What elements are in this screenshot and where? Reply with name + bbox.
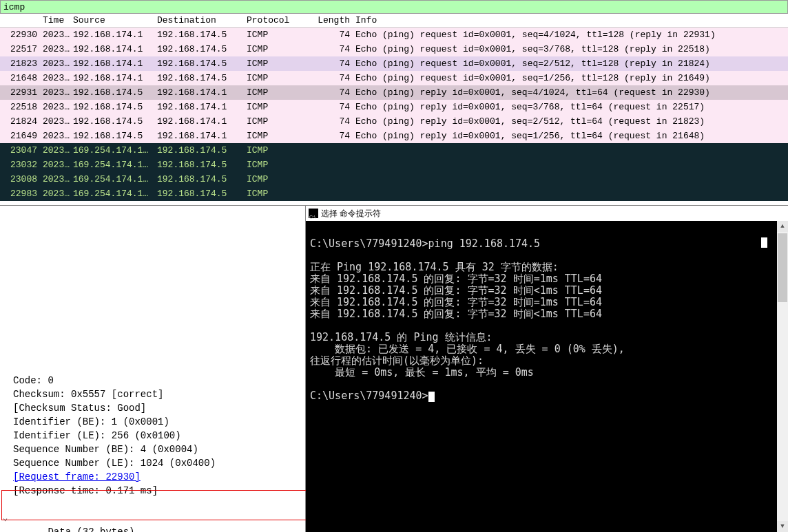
detail-data-header[interactable]: ⌄ Data (32 bytes) [3, 498, 302, 532]
packet-row[interactable]: 230322023…169.254.174.1…192.168.174.5ICM… [0, 158, 788, 172]
packet-row[interactable]: 218232023…192.168.174.1192.168.174.5ICMP… [0, 56, 788, 71]
packet-protocol: ICMP [244, 71, 311, 85]
packet-source: 192.168.174.5 [70, 100, 154, 114]
packet-info: Echo (ping) reply id=0x0001, seq=2/512, … [353, 114, 788, 129]
detail-checksum-status[interactable]: [Checksum Status: Good] [3, 401, 302, 415]
header-time[interactable]: Time [40, 15, 70, 25]
packet-source: 169.254.174.1… [70, 172, 154, 187]
packet-row[interactable]: 230082023…169.254.174.1…192.168.174.5ICM… [0, 172, 788, 187]
header-protocol[interactable]: Protocol [244, 15, 311, 25]
packet-length [311, 172, 353, 187]
header-source[interactable]: Source [70, 15, 154, 25]
detail-id-le[interactable]: Identifier (LE): 256 (0x0100) [3, 429, 302, 443]
packet-protocol: ICMP [244, 187, 311, 201]
detail-seq-le[interactable]: Sequence Number (LE): 1024 (0x0400) [3, 456, 302, 470]
packet-length: 74 [311, 114, 353, 129]
detail-seq-be[interactable]: Sequence Number (BE): 4 (0x0004) [3, 443, 302, 456]
terminal-caret-marker [761, 237, 767, 248]
scroll-up-arrow-icon[interactable]: ▲ [777, 221, 788, 232]
packet-time: 2023… [40, 71, 70, 85]
detail-response-time[interactable]: [Response time: 0.171 ms] [3, 484, 302, 498]
detail-code[interactable]: Code: 0 [3, 374, 302, 387]
packet-row[interactable]: 229312023…192.168.174.5192.168.174.1ICMP… [0, 85, 788, 100]
display-filter-bar[interactable] [0, 0, 788, 14]
packet-row[interactable]: 216482023…192.168.174.1192.168.174.5ICMP… [0, 71, 788, 85]
packet-destination: 192.168.174.5 [154, 143, 244, 158]
packet-info: Echo (ping) request id=0x0001, seq=2/512… [353, 56, 788, 71]
header-destination[interactable]: Destination [154, 15, 244, 25]
display-filter-input[interactable] [3, 2, 785, 12]
packet-time: 2023… [40, 42, 70, 56]
packet-protocol: ICMP [244, 143, 311, 158]
packet-destination: 192.168.174.5 [154, 42, 244, 56]
packet-info: Echo (ping) reply id=0x0001, seq=4/1024,… [353, 85, 788, 100]
terminal-titlebar[interactable]: 选择 命令提示符 [306, 206, 788, 221]
packet-row[interactable]: 229302023…192.168.174.1192.168.174.5ICMP… [0, 28, 788, 42]
packet-detail-pane[interactable]: Code: 0 Checksum: 0x5557 [correct] [Chec… [0, 206, 306, 532]
chevron-down-icon[interactable]: ⌄ [3, 511, 8, 525]
packet-source: 192.168.174.1 [70, 28, 154, 42]
packet-length: 74 [311, 28, 353, 42]
packet-time: 2023… [40, 114, 70, 129]
header-no[interactable] [0, 15, 40, 25]
packet-row[interactable]: 229832023…169.254.174.1…192.168.174.5ICM… [0, 187, 788, 201]
terminal-title-text: 选择 命令提示符 [321, 206, 381, 221]
packet-no: 23008 [0, 172, 40, 187]
command-prompt-window[interactable]: 选择 命令提示符 C:\Users\779491240>ping 192.168… [306, 206, 788, 532]
packet-no: 21648 [0, 71, 40, 85]
packet-time: 2023… [40, 56, 70, 71]
packet-no: 22983 [0, 187, 40, 201]
packet-protocol: ICMP [244, 158, 311, 172]
packet-no: 23032 [0, 158, 40, 172]
packet-info: Echo (ping) request id=0x0001, seq=4/102… [353, 28, 788, 42]
packet-info [353, 158, 788, 172]
header-info[interactable]: Info [353, 15, 788, 25]
packet-length: 74 [311, 100, 353, 114]
packet-list[interactable]: 229302023…192.168.174.1192.168.174.5ICMP… [0, 28, 788, 205]
packet-time: 2023… [40, 100, 70, 114]
packet-source: 192.168.174.5 [70, 85, 154, 100]
packet-destination: 192.168.174.5 [154, 172, 244, 187]
packet-protocol: ICMP [244, 85, 311, 100]
packet-time: 2023… [40, 129, 70, 143]
packet-no: 21649 [0, 129, 40, 143]
packet-destination: 192.168.174.1 [154, 100, 244, 114]
packet-protocol: ICMP [244, 42, 311, 56]
packet-protocol: ICMP [244, 114, 311, 129]
scroll-thumb[interactable] [778, 233, 787, 302]
packet-time: 2023… [40, 187, 70, 201]
packet-length: 74 [311, 85, 353, 100]
packet-length: 74 [311, 42, 353, 56]
packet-time: 2023… [40, 172, 70, 187]
packet-source: 169.254.174.1… [70, 158, 154, 172]
packet-row[interactable]: 225182023…192.168.174.5192.168.174.1ICMP… [0, 100, 788, 114]
detail-checksum[interactable]: Checksum: 0x5557 [correct] [3, 387, 302, 401]
packet-info: Echo (ping) reply id=0x0001, seq=1/256, … [353, 129, 788, 143]
packet-no: 23047 [0, 143, 40, 158]
packet-destination: 192.168.174.5 [154, 56, 244, 71]
cmd-icon [309, 209, 318, 218]
scroll-down-arrow-icon[interactable]: ▼ [777, 521, 788, 532]
packet-source: 192.168.174.5 [70, 129, 154, 143]
packet-row[interactable]: 216492023…192.168.174.5192.168.174.1ICMP… [0, 129, 788, 143]
packet-length: 74 [311, 56, 353, 71]
packet-row[interactable]: 218242023…192.168.174.5192.168.174.1ICMP… [0, 114, 788, 129]
packet-source: 192.168.174.1 [70, 56, 154, 71]
packet-time: 2023… [40, 85, 70, 100]
packet-row[interactable]: 225172023…192.168.174.1192.168.174.5ICMP… [0, 42, 788, 56]
packet-protocol: ICMP [244, 129, 311, 143]
packet-protocol: ICMP [244, 100, 311, 114]
terminal-scrollbar[interactable]: ▲ ▼ [777, 221, 788, 532]
packet-protocol: ICMP [244, 172, 311, 187]
packet-length [311, 187, 353, 201]
terminal-output[interactable]: C:\Users\779491240>ping 192.168.174.5 正在… [306, 221, 788, 407]
terminal-cursor [428, 392, 435, 402]
packet-row[interactable]: 230472023…169.254.174.1…192.168.174.5ICM… [0, 143, 788, 158]
packet-info: Echo (ping) request id=0x0001, seq=1/256… [353, 71, 788, 85]
detail-id-be[interactable]: Identifier (BE): 1 (0x0001) [3, 415, 302, 429]
packet-destination: 192.168.174.5 [154, 158, 244, 172]
packet-no: 21824 [0, 114, 40, 129]
packet-protocol: ICMP [244, 28, 311, 42]
header-length[interactable]: Length [311, 15, 353, 25]
detail-request-frame[interactable]: [Request frame: 22930] [3, 470, 302, 484]
